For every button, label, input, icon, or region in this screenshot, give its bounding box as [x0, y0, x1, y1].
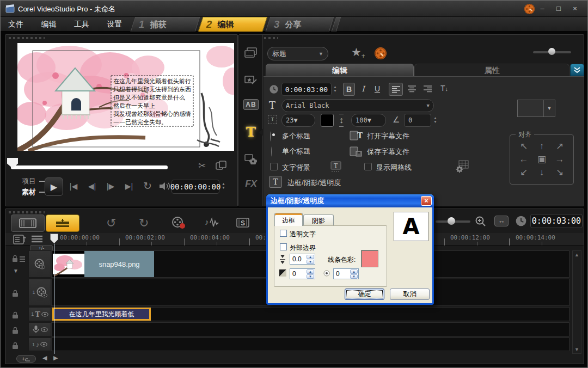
save-subtitle-label[interactable]: 保存字幕文件: [367, 147, 409, 157]
border-shadow-icon[interactable]: T: [269, 176, 282, 188]
graphics-library-icon[interactable]: [244, 152, 258, 164]
ripple-lock-all-icon[interactable]: [12, 255, 26, 262]
music-track-header[interactable]: 1 ♪: [28, 338, 51, 351]
font-color-swatch[interactable]: [321, 114, 334, 127]
single-title-label[interactable]: 单个标题: [282, 146, 310, 156]
dialog-close-button[interactable]: ×: [421, 196, 432, 206]
align-bottom-button[interactable]: ↓: [535, 167, 549, 179]
line-spacing-dropdown[interactable]: 100 ▼: [351, 114, 386, 127]
text-backdrop-checkbox[interactable]: [270, 163, 278, 170]
line-color-swatch[interactable]: [361, 250, 378, 267]
enlarge-preview-icon[interactable]: [216, 161, 226, 170]
slider-knob[interactable]: [548, 48, 555, 55]
add-to-favorites-icon[interactable]: ★+: [351, 46, 365, 60]
playhead-line[interactable]: [54, 244, 54, 354]
vertical-text-button[interactable]: T↓: [440, 84, 448, 93]
transition-library-icon[interactable]: [244, 74, 258, 86]
timeline-view-button[interactable]: [46, 214, 79, 232]
multiple-titles-radio[interactable]: [270, 131, 271, 142]
subtitle-library-icon[interactable]: AB: [239, 99, 263, 110]
menu-edit[interactable]: 编辑: [33, 17, 64, 31]
align-bottom-left-button[interactable]: ↙: [517, 167, 531, 179]
collapse-options-button[interactable]: [570, 64, 584, 76]
video-clip[interactable]: snap948.png: [84, 251, 154, 277]
single-title-radio[interactable]: [271, 146, 272, 157]
duration-stepper[interactable]: ▲ ▼: [333, 85, 337, 93]
save-subtitle-icon[interactable]: [350, 145, 363, 157]
timeline-timecode[interactable]: 0:00:03:00: [530, 214, 583, 228]
music-lock-icon[interactable]: [12, 342, 19, 349]
align-right-button[interactable]: [420, 83, 434, 96]
prev-frame-button[interactable]: ◀|: [85, 182, 99, 191]
play-button[interactable]: ▶: [45, 177, 63, 196]
scroll-down-icon[interactable]: ▼: [574, 347, 579, 352]
show-grid-label[interactable]: 显示网格线: [376, 163, 412, 173]
sound-mixer-icon[interactable]: ♪: [205, 216, 220, 229]
category-dropdown[interactable]: 标题 ▼: [267, 47, 328, 60]
show-grid-checkbox[interactable]: [364, 163, 372, 170]
menu-file[interactable]: 文件: [1, 17, 31, 31]
transparent-text-checkbox[interactable]: [280, 230, 287, 237]
clip-thumbnail[interactable]: [53, 251, 84, 277]
volume-icon[interactable]: [159, 182, 171, 191]
align-center-button-grid[interactable]: ▣: [535, 154, 549, 165]
title-track-header[interactable]: 1 T: [28, 307, 51, 321]
open-subtitle-label[interactable]: 打开字幕文件: [367, 131, 409, 141]
media-library-icon[interactable]: [244, 47, 258, 59]
align-top-button[interactable]: ↑: [535, 140, 549, 152]
track-manager-icon[interactable]: [13, 235, 26, 244]
next-frame-button[interactable]: |▶: [103, 182, 118, 191]
voice-lock-icon[interactable]: [12, 327, 19, 334]
redo-button[interactable]: ↻: [139, 216, 149, 230]
align-left-button-grid[interactable]: ←: [517, 154, 531, 165]
cut-clip-icon[interactable]: ✂: [198, 160, 206, 171]
align-top-left-button[interactable]: ↖: [517, 140, 531, 152]
overlay-lock-icon[interactable]: [12, 290, 19, 297]
border-shadow-label[interactable]: 边框/阴影/透明度: [287, 178, 341, 188]
preview-canvas[interactable]: 在这几年里我光顾着低头前行 只想着得到那无法得到的东西 但是又不知道那究竟是什么…: [17, 43, 234, 151]
video-track-header[interactable]: [28, 250, 51, 278]
library-reel-icon[interactable]: [374, 47, 387, 60]
chapter-cue-icon[interactable]: [30, 235, 44, 244]
italic-button[interactable]: I: [357, 83, 369, 96]
open-subtitle-icon[interactable]: T: [350, 130, 363, 142]
angle-stepper[interactable]: ▲ ▼: [433, 116, 437, 124]
project-mode-label[interactable]: 项目: [22, 176, 36, 186]
line-width-stepper[interactable]: ▲ ▼: [307, 269, 314, 278]
multiple-titles-label[interactable]: 多个标题: [282, 131, 310, 141]
step-tab-share[interactable]: 3 分享: [266, 17, 334, 32]
tab-attribute[interactable]: 属性: [414, 64, 569, 76]
align-top-right-button[interactable]: ↗: [553, 140, 567, 152]
line-width-field[interactable]: 0 ▲ ▼: [290, 268, 315, 279]
align-left-button[interactable]: [389, 83, 403, 96]
speed-lab-icon[interactable]: S: [236, 217, 253, 229]
align-center-button[interactable]: [405, 83, 419, 96]
clip-mode-label[interactable]: 素材: [22, 187, 36, 197]
close-button[interactable]: ×: [568, 4, 582, 14]
outer-boundary-label[interactable]: 外部边界: [290, 243, 316, 253]
border-width-stepper[interactable]: ▲ ▼: [307, 255, 314, 263]
title-lock-icon[interactable]: [12, 311, 19, 319]
dialog-tab-shadow[interactable]: 阴影: [303, 214, 334, 226]
tab-edit[interactable]: 编辑: [266, 64, 414, 76]
scroll-right-button[interactable]: ▶: [53, 354, 58, 361]
scroll-up-icon[interactable]: ▲: [574, 252, 579, 257]
align-right-button-grid[interactable]: →: [553, 154, 567, 165]
preview-timecode[interactable]: 00:00:00:00: [171, 180, 219, 194]
repeat-button[interactable]: ↻: [140, 180, 155, 192]
storyboard-view-button[interactable]: [11, 214, 45, 232]
end-button[interactable]: ▶|: [122, 182, 136, 191]
undo-button[interactable]: ↺: [106, 216, 116, 230]
collapse-tracks-icon[interactable]: ▼: [13, 268, 19, 274]
home-button[interactable]: |◀: [66, 182, 81, 191]
border-width-field[interactable]: 0.0 ▲ ▼: [290, 254, 315, 265]
dialog-ok-button[interactable]: 确定: [345, 289, 384, 300]
timecode-stepper[interactable]: ▲ ▼: [222, 182, 225, 189]
dialog-title-bar[interactable]: 边框/阴影/透明度 ×: [266, 194, 434, 207]
swap-track-button[interactable]: +: [16, 355, 36, 363]
font-dropdown[interactable]: Arial Black ▼: [281, 99, 434, 112]
bold-button[interactable]: B: [343, 83, 355, 96]
underline-button[interactable]: U: [371, 83, 383, 96]
transparent-text-label[interactable]: 透明文字: [290, 230, 316, 239]
preset-style-dropdown[interactable]: ▼: [517, 100, 555, 117]
